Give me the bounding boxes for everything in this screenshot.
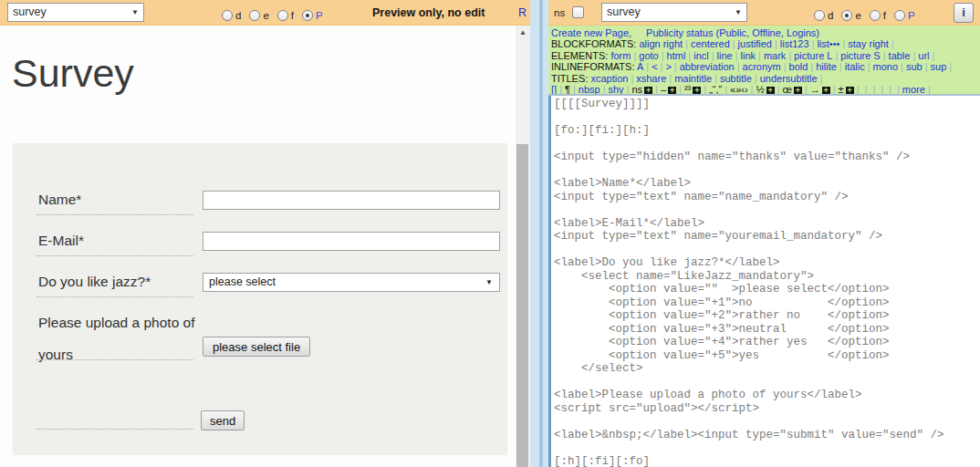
send-button[interactable]: send	[201, 410, 245, 431]
format-item[interactable]: list•••	[817, 38, 839, 49]
format-item[interactable]: subtitle	[720, 73, 752, 84]
radio-e[interactable]	[841, 10, 852, 21]
format-item[interactable]: <	[652, 61, 657, 72]
reload-link[interactable]: R	[518, 6, 526, 19]
separator: |	[788, 50, 791, 61]
plus-icon[interactable]: +	[644, 87, 652, 95]
format-item[interactable]: list123	[780, 38, 809, 49]
format-item[interactable]: mono	[873, 61, 899, 72]
separator: |	[805, 84, 808, 95]
separator: |	[839, 61, 842, 72]
separator: |	[820, 73, 823, 84]
separator: |	[633, 50, 636, 61]
format-item[interactable]: goto	[639, 50, 658, 61]
plus-icon[interactable]: +	[693, 87, 701, 95]
format-item[interactable]: link	[741, 50, 756, 61]
format-item[interactable]: html	[667, 50, 686, 61]
format-item[interactable]: bold	[789, 61, 808, 72]
format-item[interactable]: A	[637, 61, 643, 72]
page-title: Survey	[12, 53, 134, 93]
format-item[interactable]: hilite	[816, 61, 837, 72]
format-item[interactable]: picture L	[794, 50, 832, 61]
ns-checkbox[interactable]	[572, 6, 584, 18]
format-item[interactable]: incl	[693, 50, 709, 61]
jazz-select[interactable]: please select ▼	[203, 273, 500, 292]
radio-P[interactable]	[894, 10, 905, 21]
divider	[36, 214, 193, 215]
plus-icon[interactable]: +	[822, 87, 830, 95]
format-item[interactable]: Create new Page,	[551, 27, 631, 38]
info-button[interactable]: i	[954, 3, 974, 23]
format-item[interactable]: more	[902, 84, 925, 95]
upload-label-line1: Please upload a photo of	[38, 315, 195, 331]
format-item[interactable]: table	[889, 50, 911, 61]
radio-e[interactable]	[249, 10, 260, 21]
scroll-up-arrow-icon[interactable]: ▲	[516, 26, 530, 40]
format-item[interactable]: >	[665, 61, 671, 72]
format-item[interactable]: url	[918, 50, 929, 61]
radio-d[interactable]	[814, 10, 825, 21]
preview-pane: survey ▼ defP Preview only, no edit R Su…	[0, 0, 530, 467]
radio-P[interactable]	[302, 10, 313, 21]
format-item[interactable]: maintitle	[674, 73, 712, 84]
format-item[interactable]: shy	[608, 84, 623, 95]
source-code[interactable]: [[[[Survey]]]] [fo:][fi:][h:] <input typ…	[551, 96, 980, 467]
separator: |	[933, 50, 935, 61]
format-item[interactable]: undersubtitle	[760, 73, 818, 84]
separator: |	[868, 61, 871, 72]
radio-d[interactable]	[222, 10, 233, 21]
format-item[interactable]: sup	[931, 61, 947, 72]
page-preview: Survey Name* E-Mail* Do you like jazz?* …	[0, 26, 516, 467]
format-item[interactable]: justified	[738, 38, 772, 49]
file-select-button[interactable]: please select file	[203, 337, 310, 357]
format-row: []|¶|nbsp|shy|ns+|–+|²³+|„“,”|«»‹›|½+|œ+…	[551, 84, 980, 95]
page-select[interactable]: survey ▼	[601, 3, 747, 22]
name-field[interactable]	[203, 191, 500, 210]
plus-icon[interactable]: +	[794, 87, 802, 95]
separator: |	[751, 84, 754, 95]
format-item: ²³	[684, 84, 691, 95]
separator: |	[865, 84, 868, 95]
format-item[interactable]: line	[717, 50, 733, 61]
format-item[interactable]: picture S	[840, 50, 880, 61]
pane-divider[interactable]	[530, 0, 548, 467]
format-item[interactable]: nbsp	[579, 84, 600, 95]
format-item[interactable]: abbreviation	[680, 61, 735, 72]
separator: |	[889, 84, 891, 95]
radio-label-f: f	[291, 10, 294, 21]
format-item[interactable]: italic	[845, 61, 865, 72]
format-item[interactable]: form	[610, 50, 631, 61]
radio-f[interactable]	[870, 10, 881, 21]
editor-pane: ns survey ▼ defP i Create new Page,Publi…	[548, 0, 980, 467]
separator: |	[928, 84, 931, 95]
radio-f[interactable]	[277, 10, 288, 21]
separator: |	[725, 84, 727, 95]
format-group-label: INLINEFORMATS:	[551, 61, 637, 72]
scrollbar-thumb[interactable]	[516, 144, 528, 467]
email-field[interactable]	[203, 232, 500, 251]
preview-status-text: Preview only, no edit	[372, 6, 485, 19]
format-item[interactable]: acronym	[743, 61, 781, 72]
format-item: «»‹›	[730, 84, 748, 95]
preview-toolbar: survey ▼ defP Preview only, no edit R	[0, 0, 530, 26]
format-item[interactable]: Publicity status (Public, Offline, Login…	[646, 27, 819, 38]
separator: |	[949, 61, 952, 72]
page-select[interactable]: survey ▼	[7, 3, 144, 22]
editor-toolbar: ns survey ▼ defP i	[548, 0, 980, 26]
format-item[interactable]: stay right	[848, 38, 889, 49]
page-select-value: survey	[13, 5, 47, 18]
plus-icon[interactable]: +	[668, 87, 676, 95]
format-item[interactable]: xcaption	[590, 73, 628, 84]
upload-label-line2: yours	[38, 347, 73, 363]
plus-icon[interactable]: +	[846, 87, 854, 95]
view-mode-radio-group: defP	[222, 6, 331, 23]
format-item[interactable]: centered	[691, 38, 730, 49]
source-editor[interactable]: [[[[Survey]]]] [fo:][fi:][h:] <input typ…	[548, 96, 980, 467]
format-item[interactable]: []	[551, 84, 557, 95]
format-item[interactable]: mark	[764, 50, 786, 61]
plus-icon[interactable]: +	[766, 87, 775, 95]
preview-scrollbar[interactable]: ▲	[516, 26, 530, 467]
format-item[interactable]: align right	[639, 38, 683, 49]
format-item[interactable]: sub	[906, 61, 923, 72]
format-item[interactable]: xshare	[636, 73, 666, 84]
